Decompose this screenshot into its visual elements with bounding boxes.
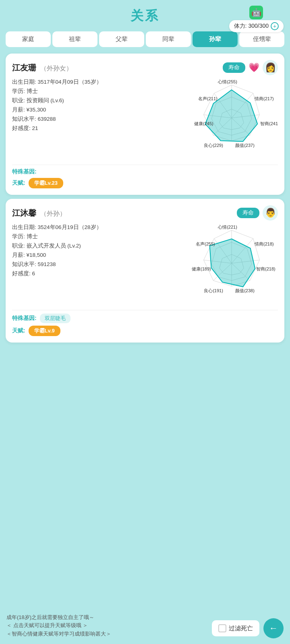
special-genes-1: 特殊基因: bbox=[12, 165, 278, 175]
knowledge-2: 知识水平: 591238 bbox=[12, 260, 181, 269]
stamina-label: 体力: 300/300 bbox=[234, 23, 269, 30]
card-info-2: 出生日期: 3524年06月19日（28岁） 学历: 博士 职业: 嵌入式开发人… bbox=[12, 223, 181, 305]
birth-1: 出生日期: 3517年04月09日（35岁） bbox=[12, 78, 181, 87]
label-zhishang-2: 智商(218) bbox=[256, 266, 276, 271]
name-area-2: 江沐馨 （外孙） bbox=[12, 208, 66, 219]
bottom-tips: 成年(18岁)之后就需要独立自主了哦～ ＜ 点击天赋可以提升天赋等级哦 ＞ ＜智… bbox=[6, 613, 208, 638]
tip-3: ＜智商心情健康天赋等对学习成绩影响甚大＞ bbox=[6, 630, 208, 638]
education-2: 学历: 博士 bbox=[12, 232, 181, 242]
label-jiankang-2: 健康(189) bbox=[192, 266, 211, 271]
salary-2: 月薪: ¥18,500 bbox=[12, 251, 181, 260]
education-1: 学历: 博士 bbox=[12, 87, 181, 96]
job-1: 职业: 投资顾问 (Lv.6) bbox=[12, 96, 181, 105]
avatar-2: 👨 bbox=[263, 205, 278, 221]
tab-peers[interactable]: 同辈 bbox=[146, 31, 191, 47]
filter-label: 过滤死亡 bbox=[229, 625, 253, 632]
label-liangxin-2: 良心(191) bbox=[204, 288, 223, 293]
talent-label-2: 天赋: bbox=[12, 327, 25, 334]
label-xinjing-2: 心情(221) bbox=[218, 225, 237, 229]
card-header-2: 江沐馨 （外孙） 寿命 👨 bbox=[12, 205, 278, 221]
knowledge-1: 知识水平: 639288 bbox=[12, 115, 181, 124]
gene-tag-2: 双层睫毛 bbox=[40, 314, 70, 323]
person-card-1: 江友珊 （外孙女） 寿命 💗 👩 出生日期: 3517年04月09日（35岁） … bbox=[6, 54, 284, 195]
label-mingsheng-2: 名声(255) bbox=[196, 242, 215, 246]
affection-2: 好感度: 6 bbox=[12, 269, 181, 279]
talent-row-1: 天赋: 学霸Lv.23 bbox=[12, 178, 278, 188]
special-genes-2: 特殊基因: 双层睫毛 bbox=[12, 310, 278, 323]
empty-area bbox=[0, 347, 290, 508]
stamina-area: 🤖 体力: 300/300 + bbox=[229, 6, 284, 32]
lifespan-badge-1: 寿命 bbox=[223, 62, 245, 73]
person-name-1: 江友珊 bbox=[12, 63, 36, 72]
label-qingshang-1: 情商(217) bbox=[254, 96, 274, 101]
label-yanzhi-2: 颜值(238) bbox=[235, 288, 255, 293]
bottom-spacer bbox=[0, 508, 290, 540]
talent-tag-2[interactable]: 学霸Lv.9 bbox=[29, 326, 60, 336]
card-info-1: 出生日期: 3517年04月09日（35岁） 学历: 博士 职业: 投资顾问 (… bbox=[12, 78, 181, 160]
card-header-right-1: 寿命 💗 👩 bbox=[223, 60, 278, 75]
person-card-2: 江沐馨 （外孙） 寿命 👨 出生日期: 3524年06月19日（28岁） 学历:… bbox=[6, 199, 284, 343]
salary-1: 月薪: ¥35,300 bbox=[12, 105, 181, 115]
card-header-right-2: 寿命 👨 bbox=[237, 205, 278, 221]
heart-icon-1: 💗 bbox=[249, 62, 259, 73]
tab-grandchildren[interactable]: 孙辈 bbox=[193, 31, 238, 47]
svg-marker-23 bbox=[210, 239, 255, 287]
card-body-1: 出生日期: 3517年04月09日（35岁） 学历: 博士 职业: 投资顾问 (… bbox=[12, 78, 278, 160]
bottom-actions: 过滤死亡 ← bbox=[212, 618, 284, 638]
person-relation-2: （外孙） bbox=[40, 210, 66, 217]
affection-1: 好感度: 21 bbox=[12, 124, 181, 133]
tab-family[interactable]: 家庭 bbox=[6, 31, 51, 47]
filter-checkbox bbox=[218, 624, 226, 632]
tip-1: 成年(18岁)之后就需要独立自主了哦～ bbox=[6, 613, 208, 622]
job-2: 职业: 嵌入式开发人员 (Lv.2) bbox=[12, 242, 181, 251]
label-jiankang-1: 健康(245) bbox=[194, 121, 213, 126]
label-liangxin-1: 良心(229) bbox=[204, 143, 223, 148]
page-title: 关系 bbox=[130, 7, 160, 25]
special-genes-label-2: 特殊基因: bbox=[12, 315, 37, 322]
bottom-bar: 成年(18岁)之后就需要独立自主了哦～ ＜ 点击天赋可以提升天赋等级哦 ＞ ＜智… bbox=[0, 609, 290, 644]
stamina-add-button[interactable]: + bbox=[271, 22, 279, 30]
robot-icon: 🤖 bbox=[249, 6, 263, 19]
back-button[interactable]: ← bbox=[263, 618, 284, 638]
talent-label-1: 天赋: bbox=[12, 180, 25, 187]
card-body-2: 出生日期: 3524年06月19日（28岁） 学历: 博士 职业: 嵌入式开发人… bbox=[12, 223, 278, 305]
special-genes-label-1: 特殊基因: bbox=[12, 168, 37, 175]
tab-ancestors[interactable]: 祖辈 bbox=[52, 31, 97, 47]
header: 关系 🤖 体力: 300/300 + bbox=[0, 0, 290, 29]
radar-chart-1: .radar-bg { fill: none; stroke: #ccc; st… bbox=[185, 78, 278, 160]
label-mingsheng-1: 名声(211) bbox=[198, 96, 218, 101]
label-qingshang-2: 情商(218) bbox=[254, 242, 274, 246]
label-yanzhi-1: 颜值(237) bbox=[235, 143, 255, 148]
person-name-2: 江沐馨 bbox=[12, 208, 36, 217]
talent-row-2: 天赋: 学霸Lv.9 bbox=[12, 326, 278, 336]
birth-2: 出生日期: 3524年06月19日（28岁） bbox=[12, 223, 181, 232]
radar-chart-2: 心情(221) 情商(218) 智商(218) 颜值(238) 良心(191) … bbox=[185, 223, 278, 305]
tab-nephews[interactable]: 侄甥辈 bbox=[239, 31, 284, 47]
talent-tag-1[interactable]: 学霸Lv.23 bbox=[29, 178, 63, 188]
stamina-pill: 体力: 300/300 + bbox=[229, 20, 284, 32]
tab-parents[interactable]: 父辈 bbox=[99, 31, 144, 47]
avatar-1: 👩 bbox=[263, 60, 278, 75]
person-relation-1: （外孙女） bbox=[40, 65, 72, 72]
lifespan-badge-2: 寿命 bbox=[237, 208, 259, 218]
filter-dead-button[interactable]: 过滤死亡 bbox=[212, 620, 259, 636]
card-header-1: 江友珊 （外孙女） 寿命 💗 👩 bbox=[12, 60, 278, 75]
tip-2: ＜ 点击天赋可以提升天赋等级哦 ＞ bbox=[6, 621, 208, 630]
name-area-1: 江友珊 （外孙女） bbox=[12, 62, 72, 73]
label-zhishang-1: 智商(241) bbox=[260, 121, 278, 126]
label-xinjing-1: 心情(255) bbox=[218, 79, 237, 84]
